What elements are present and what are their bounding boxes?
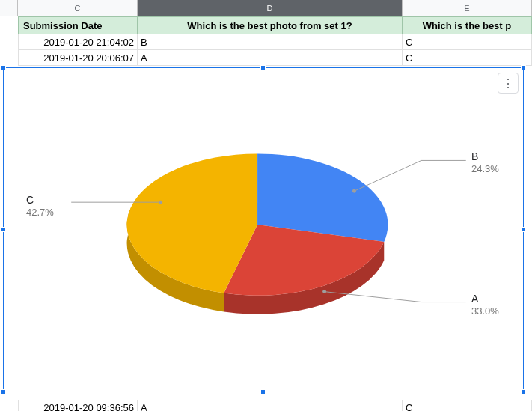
table-row: 2019-01-20 20:06:07 A C xyxy=(18,50,532,66)
cell-e[interactable]: C xyxy=(403,400,532,411)
col-header-d[interactable]: D xyxy=(138,0,403,16)
table-header-row: Submission Date Which is the best photo … xyxy=(18,16,532,34)
table-row: 2019-01-20 09:36:56 A C xyxy=(18,400,532,411)
cell-d[interactable]: B xyxy=(138,34,403,50)
slice-label-b: B 24.3% xyxy=(471,150,499,174)
pie-chart-object[interactable]: ⋮ B 24.3% A 33.0% xyxy=(3,67,524,392)
table-row: 2019-01-20 21:04:02 B C xyxy=(18,34,532,50)
pie-chart-svg xyxy=(4,68,523,392)
cell-e[interactable]: C xyxy=(403,34,532,50)
header-set1[interactable]: Which is the best photo from set 1? xyxy=(138,16,403,34)
row-stub xyxy=(0,0,18,16)
cell-d[interactable]: A xyxy=(138,50,403,66)
leader-line xyxy=(354,160,421,191)
leader-dot xyxy=(322,290,326,293)
leader-dot xyxy=(159,201,162,204)
cell-date[interactable]: 2019-01-20 20:06:07 xyxy=(18,50,138,66)
column-letter-row: C D E xyxy=(0,0,532,16)
cell-d[interactable]: A xyxy=(138,400,403,411)
slice-label-c: C 42.7% xyxy=(26,194,54,218)
cell-e[interactable]: C xyxy=(403,50,532,66)
leader-dot xyxy=(352,189,356,193)
col-header-e[interactable]: E xyxy=(403,0,532,16)
slice-label-a: A 33.0% xyxy=(471,293,499,317)
header-set2[interactable]: Which is the best p xyxy=(403,16,532,34)
header-submission-date[interactable]: Submission Date xyxy=(18,16,138,34)
col-header-c[interactable]: C xyxy=(18,0,138,16)
cell-date[interactable]: 2019-01-20 21:04:02 xyxy=(18,34,138,50)
cell-date[interactable]: 2019-01-20 09:36:56 xyxy=(18,400,138,411)
